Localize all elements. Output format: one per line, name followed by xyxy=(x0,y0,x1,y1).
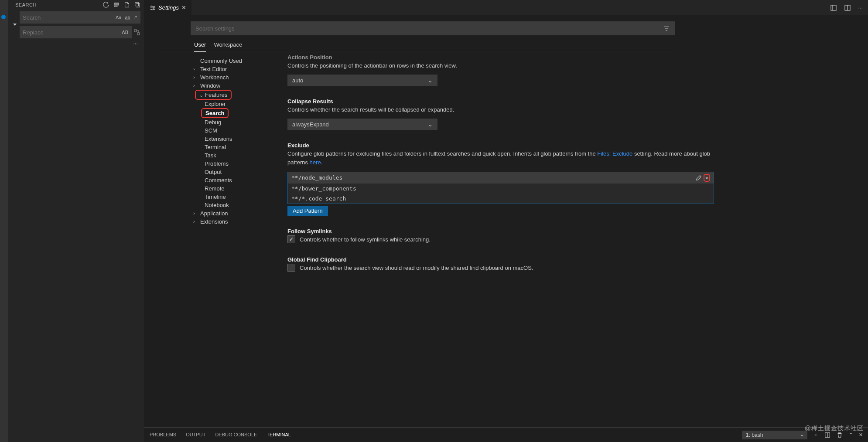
svg-point-8 xyxy=(152,9,153,10)
toc-search[interactable]: Search xyxy=(201,108,229,118)
close-tab-icon[interactable]: ✕ xyxy=(181,4,186,11)
panel-tab-output[interactable]: OUTPUT xyxy=(186,429,205,440)
toc-task[interactable]: Task xyxy=(191,151,282,160)
svg-rect-4 xyxy=(134,30,137,32)
exclude-pattern: **/node_modules xyxy=(291,174,342,181)
toc-problems[interactable]: Problems xyxy=(191,160,282,168)
setting-actions-position: Actions Position Controls the positionin… xyxy=(287,54,714,86)
exclude-pattern: **/bower_components xyxy=(291,185,356,192)
toc-comments[interactable]: Comments xyxy=(191,176,282,184)
setting-global-find-clipboard: Global Find Clipboard Controls whether t… xyxy=(287,256,714,272)
preserve-case-toggle[interactable]: AB xyxy=(120,29,130,36)
toggle-search-details-icon[interactable]: ··· xyxy=(8,38,144,47)
glob-here-link[interactable]: here xyxy=(310,159,321,166)
collapse-results-select[interactable]: alwaysExpand ⌄ xyxy=(287,119,437,130)
follow-symlinks-checkbox[interactable]: ✓ xyxy=(287,235,295,243)
split-editor-icon[interactable] xyxy=(844,4,851,11)
panel-tab-problems[interactable]: PROBLEMS xyxy=(150,429,176,440)
tab-settings[interactable]: Settings ✕ xyxy=(144,0,191,15)
toc-extensions-f[interactable]: Extensions xyxy=(191,135,282,143)
setting-title: Global Find Clipboard xyxy=(287,256,714,263)
svg-rect-1 xyxy=(114,4,119,5)
collapse-all-icon[interactable] xyxy=(134,2,140,8)
toc-remote[interactable]: Remote xyxy=(191,184,282,193)
setting-desc: Controls whether the search results will… xyxy=(287,105,714,114)
match-case-toggle[interactable]: Aa xyxy=(114,14,123,21)
settings-search-input[interactable] xyxy=(195,25,663,32)
scope-user[interactable]: User xyxy=(194,41,206,52)
setting-exclude: Exclude Configure glob patterns for excl… xyxy=(287,142,714,215)
editor-tab-bar: Settings ✕ ··· xyxy=(144,0,868,15)
search-input-wrap: Aa ab .* xyxy=(20,11,140,24)
regex-toggle[interactable]: .* xyxy=(133,14,138,21)
toc-explorer[interactable]: Explorer xyxy=(191,100,282,108)
chevron-down-icon: ⌄ xyxy=(428,121,433,128)
exclude-list: **/node_modules ✕ **/bower_components xyxy=(287,172,714,204)
setting-title: Collapse Results xyxy=(287,98,714,105)
replace-input[interactable] xyxy=(20,29,120,36)
global-find-clipboard-checkbox[interactable] xyxy=(287,264,295,272)
files-exclude-link[interactable]: Files: Exclude xyxy=(597,150,632,157)
svg-point-6 xyxy=(151,6,152,7)
chevron-down-icon: ⌄ xyxy=(428,77,433,84)
clear-icon[interactable] xyxy=(113,2,120,8)
exclude-row[interactable]: **/*.code-search xyxy=(288,194,714,204)
open-changes-icon[interactable] xyxy=(830,4,837,11)
toc-extensions[interactable]: ›Extensions xyxy=(191,218,282,226)
scope-workspace[interactable]: Workspace xyxy=(214,41,242,52)
split-terminal-icon[interactable] xyxy=(824,432,830,438)
toc-workbench[interactable]: ›Workbench xyxy=(191,73,282,82)
toc-debug[interactable]: Debug xyxy=(191,118,282,126)
select-value: alwaysExpand xyxy=(292,121,329,128)
svg-rect-3 xyxy=(135,3,139,6)
kill-terminal-icon[interactable] xyxy=(837,432,843,438)
toc-output[interactable]: Output xyxy=(191,168,282,176)
remove-pattern-icon[interactable]: ✕ xyxy=(704,174,710,182)
terminal-selector[interactable]: 1: bash xyxy=(742,431,807,439)
new-terminal-icon[interactable]: ＋ xyxy=(813,432,818,438)
setting-title: Follow Symlinks xyxy=(287,228,714,235)
search-input[interactable] xyxy=(20,14,114,21)
toc-features[interactable]: ⌄Features xyxy=(195,90,232,100)
settings-toc: Commonly Used ›Text Editor ›Workbench ›W… xyxy=(191,52,282,427)
edit-pattern-icon[interactable] xyxy=(696,175,702,181)
toc-window[interactable]: ›Window xyxy=(191,82,282,90)
svg-rect-9 xyxy=(831,5,836,10)
toc-scm[interactable]: SCM xyxy=(191,126,282,135)
refresh-icon[interactable] xyxy=(103,2,109,8)
new-file-icon[interactable] xyxy=(124,2,130,8)
tab-title: Settings xyxy=(158,4,179,11)
toc-notebook[interactable]: Notebook xyxy=(191,201,282,209)
select-value: auto xyxy=(292,77,303,84)
toc-text-editor[interactable]: ›Text Editor xyxy=(191,65,282,73)
panel-tab-debug-console[interactable]: DEBUG CONSOLE xyxy=(215,429,257,440)
settings-scope-tabs: User Workspace xyxy=(157,35,675,52)
editor-area: Settings ✕ ··· xyxy=(144,0,868,442)
svg-rect-0 xyxy=(114,3,119,4)
settings-filter-icon[interactable] xyxy=(663,25,670,32)
setting-desc: Controls whether to follow symlinks whil… xyxy=(300,235,431,244)
maximize-panel-icon[interactable]: ⌃ xyxy=(849,432,853,438)
exclude-row[interactable]: **/node_modules ✕ xyxy=(288,172,714,184)
more-actions-icon[interactable]: ··· xyxy=(858,4,863,11)
svg-point-7 xyxy=(153,7,154,8)
actions-position-select[interactable]: auto ⌄ xyxy=(287,75,437,86)
toc-timeline[interactable]: Timeline xyxy=(191,193,282,201)
toc-terminal[interactable]: Terminal xyxy=(191,143,282,151)
close-panel-icon[interactable]: ✕ xyxy=(859,432,863,438)
setting-follow-symlinks: Follow Symlinks ✓ Controls whether to fo… xyxy=(287,228,714,244)
setting-title: Exclude xyxy=(287,142,714,149)
toggle-replace-icon[interactable] xyxy=(12,11,18,38)
toc-commonly-used[interactable]: Commonly Used xyxy=(191,57,282,65)
settings-body: User Workspace Commonly Used ›Text Edito… xyxy=(144,15,868,427)
search-sidebar: SEARCH xyxy=(8,0,144,442)
match-whole-word-toggle[interactable]: ab xyxy=(123,14,131,21)
replace-all-icon[interactable] xyxy=(133,29,140,36)
exclude-row[interactable]: **/bower_components xyxy=(288,184,714,194)
settings-content: Actions Position Controls the positionin… xyxy=(282,52,714,427)
add-pattern-button[interactable]: Add Pattern xyxy=(287,206,328,216)
setting-title: Actions Position xyxy=(287,54,714,61)
panel-tab-terminal[interactable]: TERMINAL xyxy=(267,429,291,440)
exclude-pattern: **/*.code-search xyxy=(291,195,346,202)
toc-application[interactable]: ›Application xyxy=(191,209,282,218)
